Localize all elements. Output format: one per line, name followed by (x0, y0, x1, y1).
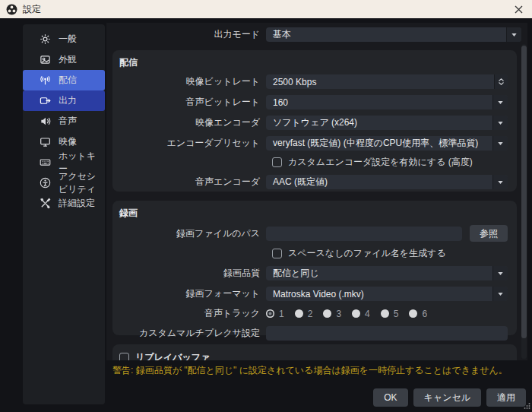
recording-group-title: 録画 (112, 205, 508, 224)
audio-track-radio-3[interactable] (323, 309, 331, 318)
no-space-filename-checkbox[interactable] (272, 249, 282, 258)
settings-nav: 一般 外観 配信 出力 音声 映像 (23, 24, 105, 404)
sidebar-item-general[interactable]: 一般 (23, 29, 105, 49)
output-mode-row: 出力モード 基本 (112, 27, 521, 42)
audio-track-row: 音声トラック 1 2 3 4 5 6 (112, 307, 508, 320)
chevron-down-icon (492, 136, 508, 151)
replay-buffer-group: リプレイバッファ (112, 344, 517, 360)
no-space-filename-row: スペースなしのファイル名を生成する (112, 247, 508, 260)
sidebar-item-stream[interactable]: 配信 (23, 70, 105, 90)
sidebar-item-label: 音声 (59, 115, 77, 128)
chevron-down-icon (492, 175, 508, 189)
sidebar-item-audio[interactable]: 音声 (23, 111, 105, 132)
audio-track-radio-2[interactable] (295, 309, 303, 318)
cancel-button[interactable]: キャンセル (413, 388, 481, 407)
encoder-preset-select[interactable]: veryfast (既定値) (中程度のCPU使用率、標準品質) (266, 136, 508, 151)
chevron-down-icon (492, 266, 508, 280)
sidebar-item-label: 映像 (59, 135, 77, 148)
sidebar-item-label: 詳細設定 (59, 197, 95, 210)
recording-path-row: 録画ファイルのパス 参照 (112, 225, 508, 242)
scrollbar-handle[interactable] (521, 46, 527, 338)
streaming-group-title: 配信 (112, 55, 508, 74)
sidebar-item-accessibility[interactable]: アクセシビリティ (23, 173, 105, 193)
ok-button[interactable]: OK (373, 388, 407, 407)
video-icon (40, 136, 51, 147)
recording-format-row: 録画フォーマット Matroska Video (.mkv) (112, 287, 508, 301)
vertical-scrollbar[interactable] (521, 44, 527, 359)
resize-grip[interactable] (524, 401, 530, 411)
titlebar: 設定 (0, 0, 532, 18)
advanced-icon (40, 198, 51, 209)
audio-bitrate-row: 音声ビットレート 160 (112, 95, 508, 109)
audio-track-radio-5[interactable] (381, 309, 389, 318)
chevron-down-icon (506, 27, 521, 42)
chevron-down-icon (492, 116, 508, 130)
audio-bitrate-select[interactable]: 160 (266, 95, 508, 109)
hotkeys-icon (40, 157, 51, 168)
gear-icon (40, 33, 51, 45)
audio-encoder-select[interactable]: AAC (既定値) (266, 175, 508, 189)
settings-window: 設定 一般 外観 配信 出力 音声 (0, 0, 532, 412)
audio-track-radio-6[interactable] (409, 309, 417, 318)
chevron-down-icon (492, 95, 508, 109)
output-mode-select[interactable]: 基本 (266, 27, 521, 42)
close-icon[interactable] (511, 2, 526, 17)
video-bitrate-row: 映像ビットレート 2500 Kbps (112, 74, 508, 89)
sidebar-item-label: 一般 (59, 33, 77, 46)
custom-muxer-input[interactable] (266, 326, 508, 341)
settings-scroll-area: 出力モード 基本 配信 映像ビットレート 2500 Kbps (106, 23, 527, 360)
sidebar-item-label: アクセシビリティ (59, 170, 105, 196)
recording-quality-row: 録画品質 配信と同じ (112, 266, 508, 280)
chevron-down-icon (492, 287, 508, 301)
streaming-group: 配信 映像ビットレート 2500 Kbps 音声ビットレート 160 (112, 50, 517, 192)
audio-track-radio-1[interactable] (266, 309, 274, 318)
audio-track-radio-4[interactable] (352, 309, 360, 318)
warning-text: 警告: 録画品質が "配信と同じ" に設定されている場合は録画を一時停止すること… (112, 364, 524, 377)
audio-encoder-row: 音声エンコーダ AAC (既定値) (112, 175, 508, 189)
apply-button[interactable]: 適用 (486, 388, 526, 407)
custom-muxer-row: カスタムマルチプレクサ設定 (112, 326, 508, 341)
output-icon (40, 95, 51, 106)
custom-encoder-checkbox[interactable] (272, 157, 282, 167)
audio-icon (40, 116, 51, 127)
recording-quality-select[interactable]: 配信と同じ (266, 266, 508, 280)
output-mode-label: 出力モード (112, 28, 266, 41)
encoder-preset-row: エンコーダプリセット veryfast (既定値) (中程度のCPU使用率、標準… (112, 136, 508, 151)
sidebar-item-label: 配信 (59, 74, 77, 87)
appearance-icon (40, 54, 51, 65)
recording-format-select[interactable]: Matroska Video (.mkv) (266, 287, 508, 301)
video-encoder-row: 映像エンコーダ ソフトウェア (x264) (112, 116, 508, 130)
video-bitrate-spinner[interactable]: 2500 Kbps (266, 74, 508, 89)
window-title: 設定 (23, 3, 41, 16)
obs-logo-icon (6, 4, 17, 15)
video-encoder-select[interactable]: ソフトウェア (x264) (266, 116, 508, 130)
dialog-body: 一般 外観 配信 出力 音声 映像 (0, 18, 532, 412)
sidebar-item-appearance[interactable]: 外観 (23, 49, 105, 70)
recording-path-input[interactable] (266, 227, 462, 241)
browse-button[interactable]: 参照 (470, 225, 508, 242)
sidebar-item-label: 出力 (59, 94, 77, 107)
replay-buffer-row: リプレイバッファ (119, 351, 508, 360)
sidebar-item-output[interactable]: 出力 (23, 90, 105, 111)
dialog-buttons: OK キャンセル 適用 (373, 388, 526, 407)
accessibility-icon (40, 177, 51, 189)
sidebar-item-label: 外観 (59, 53, 77, 66)
sidebar-item-advanced[interactable]: 詳細設定 (23, 193, 105, 214)
recording-group: 録画 録画ファイルのパス 参照 スペースなしのファイル名を生成する 録画品質 配… (112, 201, 517, 335)
replay-buffer-checkbox[interactable] (119, 353, 129, 360)
spinner-arrows-icon[interactable] (494, 74, 508, 89)
stream-icon (40, 74, 51, 86)
custom-encoder-settings-row: カスタムエンコーダ設定を有効にする (高度) (112, 156, 508, 169)
